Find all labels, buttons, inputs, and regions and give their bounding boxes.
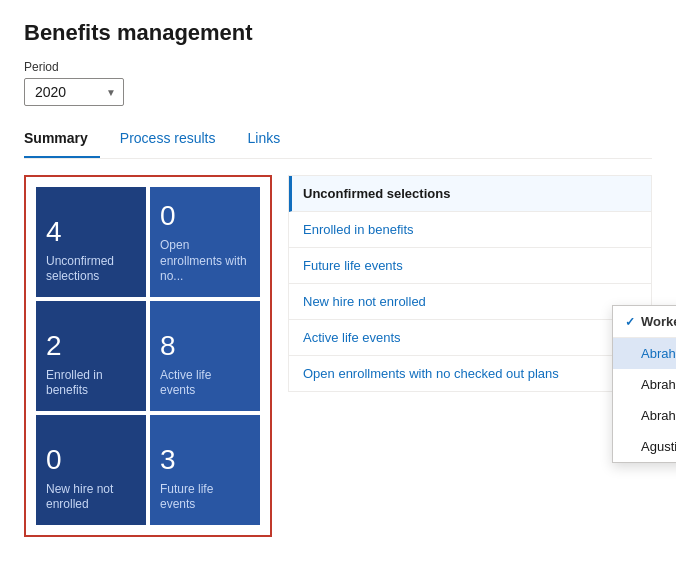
filter-active-life-events[interactable]: Active life events [289,320,651,356]
worker-dropdown: ✓ Worker Abraham Apodaca Abraham Apodaca… [612,305,676,463]
dropdown-item-2[interactable]: Abraham Apodaca [613,400,676,431]
dropdown-item-3[interactable]: Agustina Fierro [613,431,676,462]
dropdown-header: ✓ Worker [613,306,676,338]
filter-unconfirmed-selections[interactable]: Unconfirmed selections [289,176,651,212]
card-enrolled-label: Enrolled in benefits [46,368,136,399]
card-active-life[interactable]: 8 Active life events [150,301,260,411]
page-title: Benefits management [24,20,652,46]
card-open-enrollments-number: 0 [160,202,250,230]
cards-grid-wrapper: 4 Unconfirmed selections 0 Open enrollme… [24,175,272,537]
filter-list: Unconfirmed selections Enrolled in benef… [288,175,652,392]
dropdown-item-0[interactable]: Abraham Apodaca [613,338,676,369]
filter-new-hire-not-enrolled[interactable]: New hire not enrolled [289,284,651,320]
main-content: 4 Unconfirmed selections 0 Open enrollme… [24,175,652,537]
right-panel: Unconfirmed selections Enrolled in benef… [288,175,652,537]
period-select-wrapper: 2020 2019 2021 ▼ [24,78,124,106]
filter-future-life-events[interactable]: Future life events [289,248,651,284]
checkmark-icon: ✓ [625,315,635,329]
card-enrolled[interactable]: 2 Enrolled in benefits [36,301,146,411]
card-unconfirmed-number: 4 [46,218,136,246]
cards-grid: 4 Unconfirmed selections 0 Open enrollme… [36,187,260,525]
filter-open-enrollments-no-plans[interactable]: Open enrollments with no checked out pla… [289,356,651,391]
tabs-nav: Summary Process results Links [24,122,652,159]
card-open-enrollments-label: Open enrollments with no... [160,238,250,285]
dropdown-item-1[interactable]: Abraham Apodaca [613,369,676,400]
card-new-hire-number: 0 [46,446,136,474]
card-new-hire[interactable]: 0 New hire not enrolled [36,415,146,525]
card-enrolled-number: 2 [46,332,136,360]
tab-links[interactable]: Links [248,122,293,158]
card-unconfirmed-label: Unconfirmed selections [46,254,136,285]
card-future-life-label: Future life events [160,482,250,513]
card-future-life[interactable]: 3 Future life events [150,415,260,525]
card-active-life-label: Active life events [160,368,250,399]
page-container: Benefits management Period 2020 2019 202… [0,0,676,574]
card-unconfirmed[interactable]: 4 Unconfirmed selections [36,187,146,297]
filter-enrolled-benefits[interactable]: Enrolled in benefits [289,212,651,248]
card-future-life-number: 3 [160,446,250,474]
period-label: Period [24,60,652,74]
tab-summary[interactable]: Summary [24,122,100,158]
tab-process-results[interactable]: Process results [120,122,228,158]
period-select[interactable]: 2020 2019 2021 [24,78,124,106]
card-active-life-number: 8 [160,332,250,360]
card-open-enrollments[interactable]: 0 Open enrollments with no... [150,187,260,297]
card-new-hire-label: New hire not enrolled [46,482,136,513]
